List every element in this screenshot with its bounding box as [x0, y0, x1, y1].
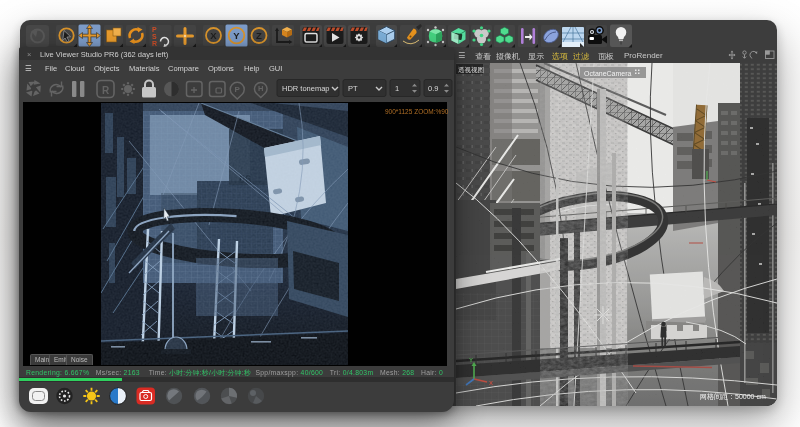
- svg-text:1: 1: [395, 84, 399, 93]
- svg-text:H: H: [258, 84, 263, 93]
- svg-text:网格间距：50000 cm: 网格间距：50000 cm: [700, 393, 766, 401]
- svg-text:P: P: [235, 85, 241, 94]
- svg-text:HDR tonemap: HDR tonemap: [282, 84, 330, 93]
- svg-text:0.9: 0.9: [428, 84, 438, 93]
- svg-text:PT: PT: [348, 84, 358, 93]
- svg-text:透视视图: 透视视图: [458, 66, 484, 74]
- svg-text:OctaneCamera: OctaneCamera: [584, 70, 632, 77]
- svg-text:R: R: [102, 85, 110, 96]
